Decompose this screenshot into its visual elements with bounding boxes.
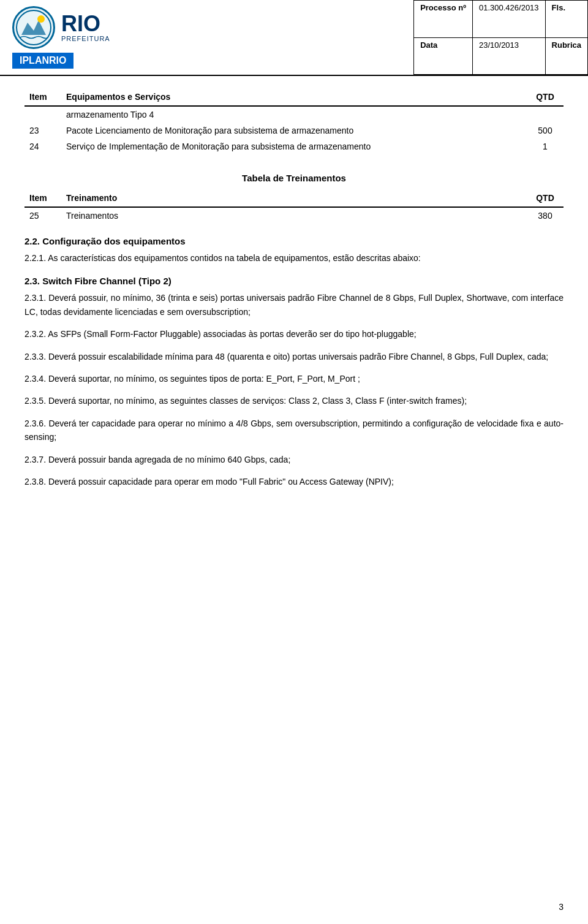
header: RIO PREFEITURA IPLANRIO Processo nº 01.3…	[0, 0, 588, 76]
section-2-3-3-number: 2.3.3.	[24, 352, 46, 362]
section-2-2-1-content: As características dos equipamentos cont…	[48, 253, 421, 263]
tr-col-qtd-header: QTD	[527, 189, 564, 207]
section-2-3-heading: 2.3. Switch Fibre Channel (Tipo 2)	[24, 276, 564, 286]
section-2-2-1-text: 2.2.1. As características dos equipament…	[24, 251, 564, 265]
rubrica-label: Rubrica	[545, 37, 587, 75]
section-2-2-1-number: 2.2.1.	[24, 253, 46, 263]
logo-rio: RIO PREFEITURA	[12, 6, 172, 49]
fls-label: Fls.	[545, 1, 587, 38]
eq-row3-qtd: 1	[527, 138, 564, 154]
section-2-3-7-content: Deverá possuir banda agregada de no míni…	[48, 455, 290, 464]
section-2-3-number: 2.3.	[24, 276, 40, 286]
svg-point-0	[17, 10, 51, 45]
header-info: Processo nº 01.300.426/2013 Fls. Data 23…	[184, 0, 588, 75]
section-2-3-3-content: Deverá possuir escalabilidade mínima par…	[48, 352, 548, 362]
iplanrio-badge: IPLANRIO	[12, 53, 74, 69]
section-2-2-heading: 2.2. Configuração dos equipamentos	[24, 236, 564, 246]
tr-row1-qtd: 380	[527, 207, 564, 224]
table-row: armazenamento Tipo 4	[24, 106, 564, 123]
section-2-3-2-text: 2.3.2. As SFPs (Small Form-Factor Plugga…	[24, 327, 564, 341]
section-2-3-6-content: Deverá ter capacidade para operar no mín…	[24, 418, 564, 442]
eq-row2-item: 23	[24, 123, 61, 138]
section-2-3-6-number: 2.3.6.	[24, 418, 46, 428]
training-title: Tabela de Treinamentos	[24, 173, 564, 183]
section-2-3-2-number: 2.3.2.	[24, 329, 46, 339]
section-2-3-8-content: Deverá possuir capacidade para operar em…	[48, 477, 394, 487]
eq-row2-desc: Pacote Licenciamento de Monitoração para…	[61, 123, 527, 138]
tr-row1-item: 25	[24, 207, 61, 224]
eq-row3-item: 24	[24, 138, 61, 154]
training-section: Tabela de Treinamentos Item Treinamento …	[24, 173, 564, 224]
tr-col-item-header: Item	[24, 189, 61, 207]
header-info-table: Processo nº 01.300.426/2013 Fls. Data 23…	[413, 0, 588, 75]
tr-col-treinamento-header: Treinamento	[61, 189, 527, 207]
page-number: 3	[559, 902, 564, 912]
section-2-3-6-text: 2.3.6. Deverá ter capacidade para operar…	[24, 417, 564, 444]
section-2-3-8-text: 2.3.8. Deverá possuir capacidade para op…	[24, 475, 564, 488]
eq-row1-item	[24, 106, 61, 123]
section-2-3-7-number: 2.3.7.	[24, 455, 46, 464]
table-row: 25 Treinamentos 380	[24, 207, 564, 224]
processo-label: Processo nº	[414, 1, 473, 38]
logo-area: RIO PREFEITURA IPLANRIO	[0, 0, 184, 75]
main-content: Item Equipamentos e Serviços QTD armazen…	[0, 76, 588, 521]
section-2-3-7-text: 2.3.7. Deverá possuir banda agregada de …	[24, 453, 564, 466]
eq-col-qtd-header: QTD	[527, 88, 564, 106]
tr-row1-desc: Treinamentos	[61, 207, 527, 224]
section-2-3-2-content: As SFPs (Small Form-Factor Pluggable) as…	[48, 329, 417, 339]
section-2-3-4-number: 2.3.4.	[24, 374, 46, 384]
section-2-3-1-content: Deverá possuir, no mínimo, 36 (trinta e …	[24, 293, 564, 316]
section-2-3-4-text: 2.3.4. Deverá suportar, no mínimo, os se…	[24, 372, 564, 385]
data-label: Data	[414, 37, 473, 75]
section-2-3-1-text: 2.3.1. Deverá possuir, no mínimo, 36 (tr…	[24, 291, 564, 319]
section-2-3-1-number: 2.3.1.	[24, 293, 46, 303]
equipment-table: Item Equipamentos e Serviços QTD armazen…	[24, 88, 564, 154]
section-2-3-5-content: Deverá suportar, no mínimo, as seguintes…	[48, 396, 467, 406]
eq-row1-desc: armazenamento Tipo 4	[61, 106, 527, 123]
eq-row1-qtd	[527, 106, 564, 123]
section-2-3-5-text: 2.3.5. Deverá suportar, no mínimo, as se…	[24, 394, 564, 407]
processo-value: 01.300.426/2013	[472, 1, 545, 38]
rio-text: RIO PREFEITURA	[61, 13, 110, 42]
logo-circle	[12, 6, 55, 49]
svg-point-2	[37, 15, 45, 23]
eq-col-item-header: Item	[24, 88, 61, 106]
section-2-3-title: Switch Fibre Channel (Tipo 2)	[42, 276, 172, 286]
section-2-2-title: Configuração dos equipamentos	[42, 236, 185, 246]
training-table: Item Treinamento QTD 25 Treinamentos 380	[24, 189, 564, 224]
data-value: 23/10/2013	[472, 37, 545, 75]
page: RIO PREFEITURA IPLANRIO Processo nº 01.3…	[0, 0, 588, 924]
eq-col-desc-header: Equipamentos e Serviços	[61, 88, 527, 106]
section-2-3-3-text: 2.3.3. Deverá possuir escalabilidade mín…	[24, 350, 564, 363]
table-row: 24 Serviço de Implementação de Monitoraç…	[24, 138, 564, 154]
section-2-3-5-number: 2.3.5.	[24, 396, 46, 406]
eq-row3-desc: Serviço de Implementação de Monitoração …	[61, 138, 527, 154]
prefeitura-text: PREFEITURA	[61, 35, 110, 42]
section-2-2-number: 2.2.	[24, 236, 40, 246]
table-row: 23 Pacote Licenciamento de Monitoração p…	[24, 123, 564, 138]
eq-row2-qtd: 500	[527, 123, 564, 138]
rio-logo-text: RIO	[61, 13, 110, 35]
section-2-3-4-content: Deverá suportar, no mínimo, os seguintes…	[48, 374, 360, 384]
section-2-3-8-number: 2.3.8.	[24, 477, 46, 487]
